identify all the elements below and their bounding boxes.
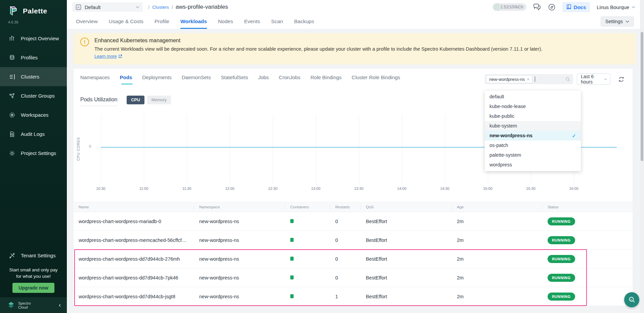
namespace-filter-input[interactable]: new-wordpress-ns ×: [485, 74, 573, 84]
pod-name: wordpress-chart-wordpress-dd7d944cb-jsgt…: [74, 294, 194, 299]
tab-backups[interactable]: Backups: [294, 14, 314, 29]
workspaces-icon: [9, 112, 15, 118]
text-cursor: [535, 76, 535, 82]
clusters-icon: [9, 73, 15, 80]
user-menu[interactable]: Linus Bourque: [597, 4, 635, 10]
spectro-cloud-logo-icon: [7, 302, 15, 309]
subtab-cluster-role-bindings[interactable]: Cluster Role Bindings: [352, 69, 400, 86]
workloads-card: Namespaces Pods Deployments DaemonSets S…: [74, 69, 633, 306]
sidebar-collapse-button[interactable]: ‹: [59, 302, 61, 309]
namespace-filter-bar: new-wordpress-ns × Last 6 hours: [485, 73, 625, 85]
breadcrumb: / Clusters / aws-profile-variables: [148, 4, 228, 10]
sidebar-item-cluster-groups[interactable]: Cluster Groups: [0, 86, 67, 105]
subtab-daemonsets[interactable]: DaemonSets: [182, 69, 211, 86]
tab-workloads[interactable]: Workloads: [180, 14, 207, 29]
chevron-down-icon: [632, 6, 635, 8]
tab-profile[interactable]: Profile: [155, 14, 169, 29]
upgrade-now-button[interactable]: Upgrade now: [12, 283, 54, 293]
chevron-down-icon: [136, 6, 139, 8]
banner-title: Enhanced Kubernetes management: [94, 38, 629, 44]
time-range-select[interactable]: Last 6 hours: [577, 73, 610, 85]
dropdown-option[interactable]: default: [485, 92, 581, 102]
footer-brand-line2: Cloud: [18, 305, 31, 309]
pod-name: wordpress-chart-wordpress-dd7d944cb-7pk4…: [74, 275, 194, 280]
sidebar-item-clusters[interactable]: Clusters: [0, 67, 67, 86]
tab-scan[interactable]: Scan: [271, 14, 283, 29]
usage-counter: 2.52/100kCh: [493, 3, 526, 11]
dropdown-option[interactable]: kube-public: [485, 111, 581, 121]
remove-tag-icon[interactable]: ×: [527, 77, 529, 82]
status-badge: RUNNING: [548, 274, 575, 282]
dropdown-option[interactable]: kube-node-lease: [485, 102, 581, 111]
pod-name: wordpress-chart-wordpress-mariadb-0: [74, 219, 194, 224]
dropdown-option[interactable]: palette-system: [485, 150, 581, 160]
brand-logo-row[interactable]: Palette: [0, 0, 67, 17]
dropdown-option[interactable]: kube-system: [485, 121, 581, 131]
project-selector[interactable]: Default: [72, 2, 143, 12]
dropdown-option-selected[interactable]: new-wordpress-ns ✓: [485, 131, 581, 141]
dropdown-option[interactable]: wordpress: [485, 160, 581, 170]
tab-nodes[interactable]: Nodes: [218, 14, 233, 29]
project-overview-icon: [9, 35, 15, 42]
brand-name: Palette: [23, 7, 47, 15]
app-version: 4.6.36: [0, 17, 67, 24]
subtab-cronjobs[interactable]: CronJobs: [279, 69, 300, 86]
namespace-tag-chip: new-wordpress-ns ×: [486, 75, 532, 83]
promo-text-line2: for what you use!: [0, 273, 67, 279]
subtab-jobs[interactable]: Jobs: [258, 69, 269, 86]
subtab-role-bindings[interactable]: Role Bindings: [310, 69, 342, 86]
dropdown-option[interactable]: os-patch: [485, 141, 581, 150]
vertical-scrollbar[interactable]: [640, 0, 644, 313]
scrollbar-thumb[interactable]: [641, 32, 643, 161]
settings-button[interactable]: Settings: [601, 16, 634, 27]
footer-brand-line1: Spectro: [18, 301, 31, 305]
y-axis-label: CPU CORES: [76, 137, 80, 161]
top-bar: Default / Clusters / aws-profile-variabl…: [67, 0, 644, 14]
sidebar-item-project-overview[interactable]: Project Overview: [0, 29, 67, 48]
memory-toggle-button[interactable]: Memory: [147, 96, 171, 104]
table-row[interactable]: wordpress-chart-wordpress-dd7d944cb-7pk4…: [74, 268, 633, 287]
banner-body: The current Workloads view will be depre…: [94, 46, 629, 52]
table-row[interactable]: wordpress-chart-wordpress-memcached-56cf…: [74, 231, 633, 250]
refresh-icon[interactable]: [618, 76, 625, 83]
support-launcher-button[interactable]: [624, 292, 639, 307]
help-compass-icon[interactable]: [548, 3, 556, 11]
docs-button[interactable]: Docs: [562, 2, 590, 12]
deprecation-banner: ! Enhanced Kubernetes management The cur…: [74, 33, 636, 64]
container-status-square: [290, 275, 294, 279]
learn-more-link[interactable]: Learn more: [94, 54, 122, 59]
tab-overview[interactable]: Overview: [76, 14, 98, 29]
chevron-down-icon: [626, 20, 629, 23]
sidebar-item-project-settings[interactable]: Project Settings: [0, 144, 67, 163]
project-chart-icon: [76, 4, 81, 10]
search-icon: [565, 77, 570, 82]
breadcrumb-clusters-link[interactable]: Clusters: [152, 5, 169, 10]
container-status-square: [290, 219, 294, 223]
container-status-square: [290, 294, 294, 298]
sidebar-item-workspaces[interactable]: Workspaces: [0, 105, 67, 124]
palette-logo-icon: [7, 5, 19, 17]
sidebar-item-profiles[interactable]: Profiles: [0, 48, 67, 67]
chevron-down-icon: [604, 78, 607, 80]
sidebar-nav: Project Overview Profiles Clusters Clust…: [0, 29, 67, 163]
sidebar-item-tenant-settings[interactable]: Tenant Settings: [0, 246, 67, 265]
subtab-statefulsets[interactable]: StatefulSets: [221, 69, 248, 86]
table-row[interactable]: wordpress-chart-wordpress-dd7d944cb-276m…: [74, 250, 633, 268]
status-badge: RUNNING: [548, 293, 575, 301]
x-axis-labels: 10:30 11:00 11:30 12:00 12:30 13:00 13:3…: [74, 184, 633, 192]
chat-icon[interactable]: [533, 3, 541, 11]
sidebar-item-audit-logs[interactable]: Audit Logs: [0, 124, 67, 144]
status-badge: RUNNING: [548, 217, 575, 225]
subtab-namespaces[interactable]: Namespaces: [80, 69, 110, 86]
subtab-pods[interactable]: Pods: [120, 69, 132, 86]
cpu-toggle-button[interactable]: CPU: [127, 96, 144, 104]
status-badge: RUNNING: [548, 255, 575, 263]
tab-usage-costs[interactable]: Usage & Costs: [109, 14, 143, 29]
table-row[interactable]: wordpress-chart-wordpress-mariadb-0 new-…: [74, 212, 633, 231]
warning-icon: !: [80, 38, 89, 46]
subtab-deployments[interactable]: Deployments: [142, 69, 172, 86]
tab-events[interactable]: Events: [244, 14, 260, 29]
table-row[interactable]: wordpress-chart-wordpress-dd7d944cb-jsgt…: [74, 287, 633, 306]
promo-text-line1: Start small and only pay: [0, 267, 67, 273]
magnifier-smile-icon: [628, 296, 636, 304]
